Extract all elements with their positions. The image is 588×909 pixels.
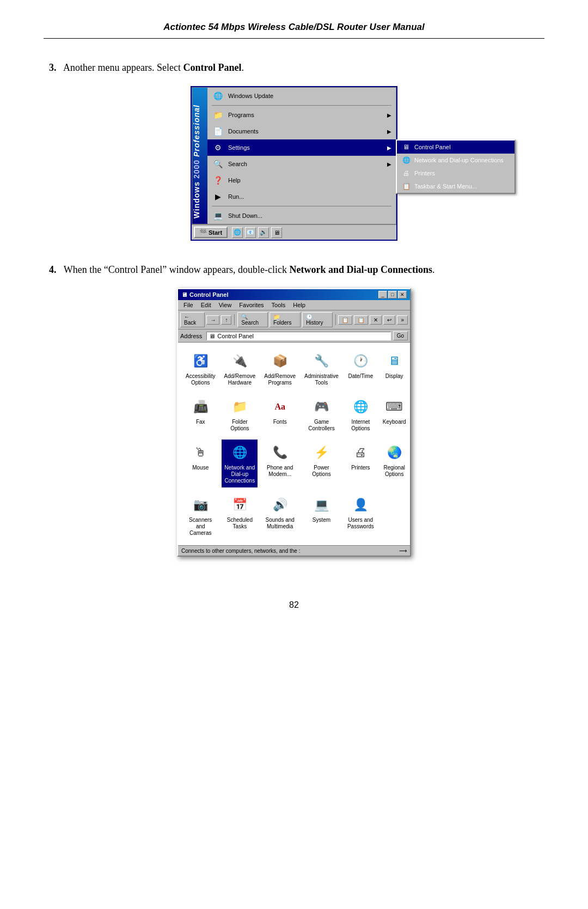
taskbar-icon-2[interactable]: 📧 xyxy=(245,227,256,238)
help-icon: ❓ xyxy=(212,174,224,186)
search-button[interactable]: 🔍 Search xyxy=(237,312,268,327)
cp-add-remove-hardware[interactable]: 🔌 Add/RemoveHardware xyxy=(222,348,258,389)
submenu-taskbar[interactable]: 📋 Taskbar & Start Menu... xyxy=(397,180,514,193)
settings-arrow: ▶ xyxy=(387,145,391,151)
menubar-view[interactable]: View xyxy=(216,301,235,309)
phone-modem-label: Phone andModem... xyxy=(267,465,293,478)
status-text: Connects to other computers, networks, a… xyxy=(181,548,397,554)
toolbar-sep-2 xyxy=(335,314,336,325)
maximize-button[interactable]: □ xyxy=(388,291,397,298)
internet-options-label: InternetOptions xyxy=(351,419,370,432)
menu-item-settings[interactable]: ⚙ Settings ▶ 🖥 Control Panel xyxy=(207,139,396,156)
cp-accessibility[interactable]: ♿ AccessibilityOptions xyxy=(183,348,217,389)
history-button[interactable]: 🕐 History xyxy=(302,312,332,327)
menu-item-shutdown[interactable]: 💻 Shut Down... xyxy=(207,208,396,224)
start-menu-sidebar: Windows 2000 Professional xyxy=(192,88,207,224)
fonts-icon: Aa xyxy=(270,397,290,417)
cp-add-remove-programs[interactable]: 📦 Add/RemovePrograms xyxy=(262,348,298,389)
go-button[interactable]: Go xyxy=(393,331,408,340)
back-button[interactable]: ← Back xyxy=(180,312,205,327)
settings-submenu: 🖥 Control Panel 🌐 Network and Dial-up Co… xyxy=(396,139,516,194)
cp-printers[interactable]: 🖨 Printers xyxy=(345,440,376,487)
header-title: Actiontec 54 Mbps Wireless Cable/DSL Rou… xyxy=(44,22,544,33)
start-button[interactable]: 🏁 Start xyxy=(194,227,228,238)
menu-item-run[interactable]: ▶ Run... xyxy=(207,188,396,205)
cp-fonts[interactable]: Aa Fonts xyxy=(262,394,298,435)
cp-scheduled-tasks[interactable]: 📅 ScheduledTasks xyxy=(222,492,258,540)
submenu-network-connections[interactable]: 🌐 Network and Dial-up Connections xyxy=(397,154,514,167)
control-panel-icons: ♿ AccessibilityOptions 🔌 Add/RemoveHardw… xyxy=(178,343,410,545)
cp-internet-options[interactable]: 🌐 InternetOptions xyxy=(345,394,376,435)
step-4: 4. When the “Control Panel” window appea… xyxy=(49,263,539,557)
content-area: 3. Another menu appears. Select Control … xyxy=(49,60,539,578)
cp-keyboard[interactable]: ⌨ Keyboard xyxy=(381,394,408,435)
submenu-control-panel[interactable]: 🖥 Control Panel xyxy=(397,141,514,154)
address-input[interactable]: 🖥 Control Panel xyxy=(206,332,390,340)
submenu-printers[interactable]: 🖨 Printers xyxy=(397,167,514,180)
menu-item-programs[interactable]: 📁 Programs ▶ xyxy=(207,107,396,123)
taskbar-icon-3[interactable]: 🔊 xyxy=(258,227,269,238)
cp-regional-options[interactable]: 🌏 RegionalOptions xyxy=(381,440,408,487)
cp-power-options[interactable]: ⚡ Power Options xyxy=(302,440,341,487)
mouse-icon: 🖱 xyxy=(191,443,210,462)
menu-item-help[interactable]: ❓ Help xyxy=(207,172,396,188)
menu-item-documents[interactable]: 📄 Documents ▶ xyxy=(207,123,396,139)
step-3-text: 3. Another menu appears. Select Control … xyxy=(49,60,539,75)
cp-sounds-multimedia[interactable]: 🔊 Sounds andMultimedia xyxy=(262,492,298,540)
taskbar-icon-4[interactable]: 🖥 xyxy=(271,227,282,238)
cp-folder-options[interactable]: 📁 Folder Options xyxy=(222,394,258,435)
datetime-icon: 🕐 xyxy=(351,351,370,371)
cp-fax[interactable]: 📠 Fax xyxy=(183,394,217,435)
cp-network-connections[interactable]: 🌐 Network andDial-upConnections xyxy=(222,440,258,487)
start-menu-window: Windows 2000 Professional 🌐 Windows Upda… xyxy=(191,86,397,241)
menu-item-search[interactable]: 🔍 Search ▶ xyxy=(207,156,396,172)
menubar-file[interactable]: File xyxy=(180,301,197,309)
printers-label: Printers xyxy=(351,465,370,471)
taskbar-icon-1[interactable]: 🌐 xyxy=(232,227,243,238)
copy-button[interactable]: 📋 xyxy=(354,315,368,325)
cp-datetime[interactable]: 🕐 Date/Time xyxy=(345,348,376,389)
cp-scanners-cameras[interactable]: 📷 Scanners andCameras xyxy=(183,492,217,540)
window-title-text: Control Panel xyxy=(189,291,229,298)
minimize-button[interactable]: _ xyxy=(378,291,387,298)
resize-handle-icon: ⟶ xyxy=(399,547,407,554)
step-3-bold: Control Panel xyxy=(183,62,241,73)
menubar-tools[interactable]: Tools xyxy=(268,301,289,309)
display-label: Display xyxy=(385,373,403,380)
cp-empty xyxy=(381,492,408,540)
move-button[interactable]: 📋 xyxy=(338,315,352,325)
close-button[interactable]: ✕ xyxy=(398,291,407,298)
delete-button[interactable]: ✕ xyxy=(370,315,382,325)
start-menu-main: Windows 2000 Professional 🌐 Windows Upda… xyxy=(192,87,396,224)
menubar-favorites[interactable]: Favorites xyxy=(236,301,267,309)
cp-game-controllers[interactable]: 🎮 GameControllers xyxy=(302,394,341,435)
window-icon: 🖥 xyxy=(181,291,187,298)
address-icon: 🖥 xyxy=(209,333,215,339)
up-button[interactable]: ↑ xyxy=(221,315,231,325)
cp-display[interactable]: 🖥 Display xyxy=(381,348,408,389)
menu-item-windows-update[interactable]: 🌐 Windows Update xyxy=(207,88,396,104)
page: Actiontec 54 Mbps Wireless Cable/DSL Rou… xyxy=(0,0,588,909)
page-number: 82 xyxy=(289,600,299,610)
menubar-help[interactable]: Help xyxy=(290,301,309,309)
undo-button[interactable]: ↩ xyxy=(383,315,395,325)
programs-icon: 📁 xyxy=(212,109,224,121)
admin-tools-label: AdministrativeTools xyxy=(304,373,339,386)
more-button[interactable]: » xyxy=(397,315,408,325)
folders-button[interactable]: 📁 Folders xyxy=(270,312,301,327)
forward-button[interactable]: → xyxy=(206,315,219,325)
admin-tools-icon: 🔧 xyxy=(312,351,332,371)
cp-mouse[interactable]: 🖱 Mouse xyxy=(183,440,217,487)
run-label: Run... xyxy=(228,193,391,200)
cp-users-passwords[interactable]: 👤 Users andPasswords xyxy=(345,492,376,540)
add-remove-prog-label: Add/RemovePrograms xyxy=(264,373,296,386)
menubar-edit[interactable]: Edit xyxy=(198,301,215,309)
shutdown-icon: 💻 xyxy=(212,210,224,222)
cp-admin-tools[interactable]: 🔧 AdministrativeTools xyxy=(302,348,341,389)
windows-flag-icon: 🏁 xyxy=(199,229,207,236)
step-3-screenshot: Windows 2000 Professional 🌐 Windows Upda… xyxy=(49,86,539,241)
run-icon: ▶ xyxy=(212,191,224,203)
cp-phone-modem[interactable]: 📞 Phone andModem... xyxy=(262,440,298,487)
cp-system[interactable]: 💻 System xyxy=(302,492,341,540)
window-statusbar: Connects to other computers, networks, a… xyxy=(178,545,410,556)
